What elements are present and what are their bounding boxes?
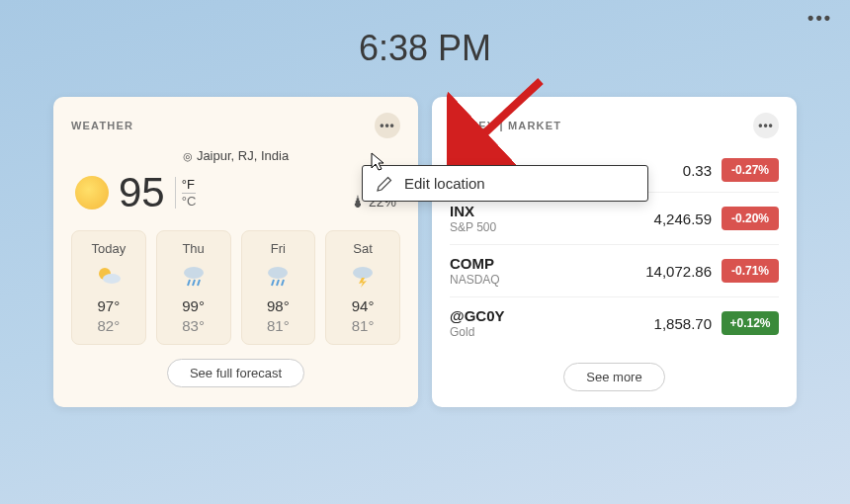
forecast-icon (330, 262, 395, 290)
edit-location-label: Edit location (404, 175, 485, 192)
market-row[interactable]: COMPNASDAQ14,072.86-0.71% (450, 244, 779, 296)
svg-point-6 (268, 267, 288, 279)
page-more-button[interactable]: ••• (808, 8, 832, 29)
svg-marker-11 (359, 278, 367, 288)
market-name: S&P 500 (450, 220, 629, 234)
forecast-day[interactable]: Today97°82° (71, 230, 146, 345)
forecast-day-label: Sat (330, 241, 395, 256)
svg-line-4 (193, 280, 195, 286)
forecast-day-label: Today (76, 241, 141, 256)
pencil-icon (377, 176, 392, 192)
svg-line-13 (468, 81, 541, 148)
cursor-icon (369, 151, 388, 175)
svg-point-2 (184, 267, 204, 279)
weather-widget: WEATHER ••• Jaipur, RJ, India 95 °F °C H… (53, 97, 418, 407)
svg-line-3 (188, 280, 190, 286)
market-ticker: @GC0Y (450, 307, 629, 324)
market-value: 14,072.86 (629, 263, 712, 280)
market-pct: +0.12% (722, 311, 779, 335)
forecast-icon (76, 262, 141, 290)
market-row[interactable]: @GC0YGold1,858.70+0.12% (450, 296, 779, 349)
see-more-market-button[interactable]: See more (563, 363, 664, 391)
forecast-day[interactable]: Fri98°81° (241, 230, 316, 345)
sun-icon (75, 176, 109, 210)
forecast-low: 83° (161, 317, 226, 334)
forecast-high: 94° (330, 297, 395, 314)
forecast-day[interactable]: Sat94°81° (325, 230, 400, 345)
market-ticker: INX (450, 203, 629, 219)
market-name: Gold (450, 325, 629, 339)
market-pct: -0.20% (722, 207, 779, 230)
market-ticker: COMP (450, 255, 629, 272)
widget-row: WEATHER ••• Jaipur, RJ, India 95 °F °C H… (0, 69, 850, 407)
forecast-high: 98° (246, 297, 311, 314)
market-value: 4,246.59 (629, 210, 712, 227)
forecast-high: 97° (76, 297, 141, 314)
market-pct: -0.27% (722, 158, 779, 182)
market-name: NASDAQ (450, 273, 629, 287)
annotation-arrow (447, 71, 555, 180)
market-pct: -0.71% (722, 259, 779, 283)
forecast-day[interactable]: Thu99°83° (156, 230, 231, 345)
unit-celsius[interactable]: °C (182, 194, 197, 209)
market-more-button[interactable]: ••• (753, 113, 779, 138)
forecast-low: 81° (246, 317, 311, 334)
forecast-icon (246, 262, 311, 290)
weather-location[interactable]: Jaipur, RJ, India (71, 148, 400, 163)
svg-line-9 (282, 280, 284, 286)
forecast-day-label: Thu (161, 241, 226, 256)
svg-line-8 (277, 280, 279, 286)
forecast-high: 99° (161, 297, 226, 314)
clock: 6:38 PM (0, 0, 850, 69)
forecast-low: 82° (76, 317, 141, 334)
forecast-row: Today97°82°Thu99°83°Fri98°81°Sat94°81° (71, 230, 400, 345)
svg-point-1 (103, 274, 121, 284)
svg-line-5 (198, 280, 200, 286)
edit-location-menu-item[interactable]: Edit location (362, 165, 648, 202)
svg-point-10 (353, 267, 373, 279)
unit-fahrenheit[interactable]: °F (182, 177, 197, 194)
forecast-icon (161, 262, 226, 290)
weather-more-button[interactable]: ••• (375, 113, 400, 138)
market-value: 1,858.70 (629, 315, 712, 332)
current-temp: 95 (119, 169, 165, 216)
weather-title: WEATHER (71, 120, 133, 131)
forecast-low: 81° (330, 317, 395, 334)
svg-line-7 (272, 280, 274, 286)
forecast-day-label: Fri (246, 241, 311, 256)
see-full-forecast-button[interactable]: See full forecast (167, 359, 304, 387)
